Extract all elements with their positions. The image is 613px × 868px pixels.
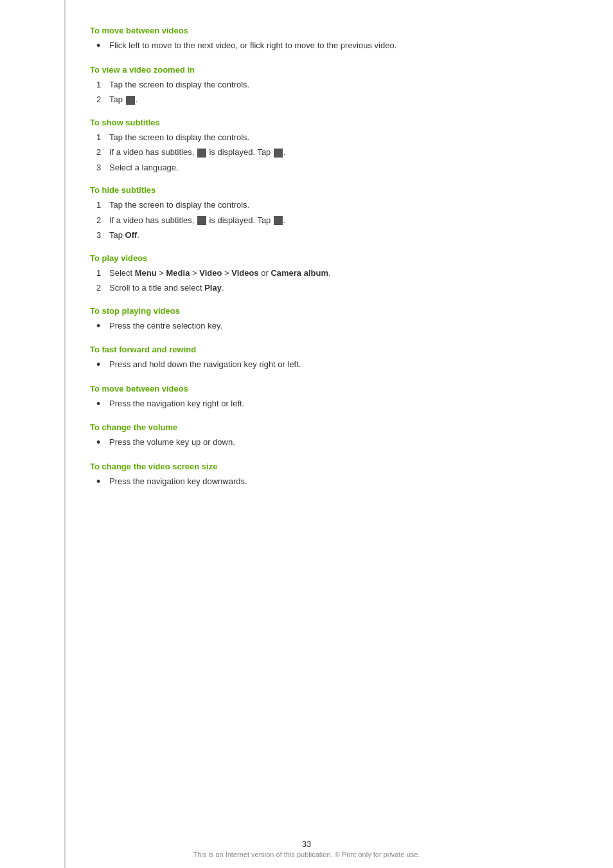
page: To move between videos • Flick left to m… bbox=[0, 0, 613, 868]
item-text: Tap the screen to display the controls. bbox=[109, 131, 249, 144]
list-item: • Press the volume key up or down. bbox=[90, 436, 562, 450]
item-text: Tap the screen to display the controls. bbox=[109, 199, 249, 212]
item-text: Press the navigation key right or left. bbox=[109, 397, 244, 410]
item-text: Tap the screen to display the controls. bbox=[109, 78, 249, 91]
item-text: Tap . bbox=[109, 93, 138, 106]
inline-icon bbox=[274, 216, 283, 225]
section-play-videos: To play videos 1 Select Menu > Media > V… bbox=[90, 253, 562, 294]
bullet-icon: • bbox=[96, 358, 107, 372]
inline-icon bbox=[197, 149, 206, 158]
item-number: 1 bbox=[96, 199, 109, 212]
list-item: • Press the navigation key downwards. bbox=[90, 475, 562, 489]
item-number: 2 bbox=[96, 214, 109, 227]
item-number: 3 bbox=[96, 229, 109, 242]
section-hide-subtitles: To hide subtitles 1 Tap the screen to di… bbox=[90, 185, 562, 242]
list-item: 1 Tap the screen to display the controls… bbox=[90, 78, 562, 91]
item-text: Press and hold down the navigation key r… bbox=[109, 358, 301, 371]
content: To move between videos • Flick left to m… bbox=[90, 26, 562, 489]
item-text: If a video has subtitles, is displayed. … bbox=[109, 214, 286, 227]
list-item: 2 If a video has subtitles, is displayed… bbox=[90, 146, 562, 159]
section-change-volume: To change the volume • Press the volume … bbox=[90, 422, 562, 450]
bullet-icon: • bbox=[96, 475, 107, 489]
item-text: Select Menu > Media > Video > Videos or … bbox=[109, 267, 331, 280]
item-number: 1 bbox=[96, 131, 109, 144]
section-title-view-video-zoomed: To view a video zoomed in bbox=[90, 65, 562, 75]
item-text: Tap Off. bbox=[109, 229, 139, 242]
list-item: 3 Select a language. bbox=[90, 161, 562, 174]
section-title-hide-subtitles: To hide subtitles bbox=[90, 185, 562, 195]
inline-icon bbox=[274, 149, 283, 158]
section-title-change-volume: To change the volume bbox=[90, 422, 562, 432]
left-border bbox=[64, 0, 66, 868]
item-number: 3 bbox=[96, 161, 109, 174]
section-title-fast-forward-rewind: To fast forward and rewind bbox=[90, 345, 562, 354]
section-move-between-videos-2: To move between videos • Press the navig… bbox=[90, 384, 562, 411]
item-number: 2 bbox=[96, 282, 109, 294]
item-text: If a video has subtitles, is displayed. … bbox=[109, 146, 286, 159]
list-item: 1 Tap the screen to display the controls… bbox=[90, 199, 562, 212]
list-item: • Flick left to move to the next video, … bbox=[90, 39, 562, 53]
list-item: • Press the centre selection key. bbox=[90, 320, 562, 334]
section-title-move-between-videos-2: To move between videos bbox=[90, 384, 562, 393]
item-text: Press the volume key up or down. bbox=[109, 436, 235, 449]
bullet-icon: • bbox=[96, 39, 107, 53]
section-change-video-screen-size: To change the video screen size • Press … bbox=[90, 462, 562, 489]
list-item: 3 Tap Off. bbox=[90, 229, 562, 242]
bullet-icon: • bbox=[96, 436, 107, 450]
list-item: 2 Scroll to a title and select Play. bbox=[90, 282, 562, 294]
item-number: 2 bbox=[96, 93, 109, 106]
section-title-stop-playing-videos: To stop playing videos bbox=[90, 306, 562, 316]
section-view-video-zoomed: To view a video zoomed in 1 Tap the scre… bbox=[90, 65, 562, 106]
section-title-move-between-videos-1: To move between videos bbox=[90, 26, 562, 35]
item-text: Select a language. bbox=[109, 161, 179, 174]
footer-text: This is an Internet version of this publ… bbox=[193, 851, 420, 858]
item-number: 1 bbox=[96, 267, 109, 280]
inline-icon bbox=[126, 96, 135, 105]
section-fast-forward-rewind: To fast forward and rewind • Press and h… bbox=[90, 345, 562, 372]
page-number: 33 bbox=[302, 839, 311, 849]
bullet-icon: • bbox=[96, 397, 107, 411]
section-title-show-subtitles: To show subtitles bbox=[90, 118, 562, 127]
list-item: 1 Select Menu > Media > Video > Videos o… bbox=[90, 267, 562, 280]
item-text: Scroll to a title and select Play. bbox=[109, 282, 224, 294]
section-title-change-video-screen-size: To change the video screen size bbox=[90, 462, 562, 471]
item-number: 2 bbox=[96, 146, 109, 159]
section-show-subtitles: To show subtitles 1 Tap the screen to di… bbox=[90, 118, 562, 174]
inline-icon bbox=[197, 216, 206, 225]
list-item: • Press the navigation key right or left… bbox=[90, 397, 562, 411]
item-text: Flick left to move to the next video, or… bbox=[109, 39, 396, 52]
bullet-icon: • bbox=[96, 320, 107, 334]
item-text: Press the centre selection key. bbox=[109, 320, 222, 332]
section-title-play-videos: To play videos bbox=[90, 253, 562, 263]
item-text: Press the navigation key downwards. bbox=[109, 475, 247, 488]
list-item: • Press and hold down the navigation key… bbox=[90, 358, 562, 372]
list-item: 1 Tap the screen to display the controls… bbox=[90, 131, 562, 144]
section-move-between-videos-1: To move between videos • Flick left to m… bbox=[90, 26, 562, 53]
list-item: 2 If a video has subtitles, is displayed… bbox=[90, 214, 562, 227]
list-item: 2 Tap . bbox=[90, 93, 562, 106]
section-stop-playing-videos: To stop playing videos • Press the centr… bbox=[90, 306, 562, 334]
item-number: 1 bbox=[96, 78, 109, 91]
